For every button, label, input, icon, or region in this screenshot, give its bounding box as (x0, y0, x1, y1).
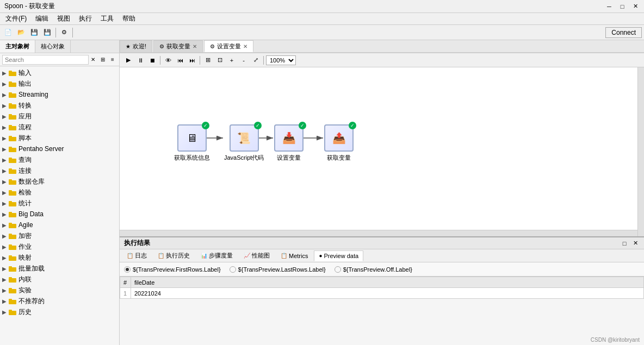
tab-label: 获取变量 (166, 42, 190, 51)
close-panel-button[interactable]: ✕ (631, 239, 640, 248)
node-label-get-system-info: 获取系统信息 (174, 154, 210, 162)
tree-item[interactable]: ▶ 检验 (0, 187, 119, 198)
bottom-tab-[interactable]: 📋 执行历史 (153, 250, 195, 261)
svg-rect-29 (9, 223, 12, 224)
radio-option[interactable]: ${TransPreview.FirstRows.Label} (124, 266, 221, 273)
maximize-panel-button[interactable]: □ (620, 239, 629, 248)
right-panel: ★ 欢迎! ⚙ 获取变量 ✕⚙ 设置变量 ✕ ▶ ⏸ ⏹ 👁 ⏮ ⏭ ⊞ ⊡ +… (120, 40, 644, 345)
tree-item[interactable]: ▶ Agile (0, 219, 119, 230)
tree-item[interactable]: ▶ 批量加载 (0, 263, 119, 274)
svg-rect-37 (9, 266, 12, 268)
close-button[interactable]: ✕ (631, 2, 640, 11)
tree-arrow: ▶ (2, 103, 9, 109)
zoom-fit-button[interactable]: ⤢ (250, 55, 261, 66)
maximize-button[interactable]: □ (618, 2, 627, 11)
tree-item[interactable]: ▶ 不推荐的 (0, 296, 119, 306)
zoom-select[interactable]: 50%75%100%125%150%200% (266, 55, 296, 65)
pause-button[interactable]: ⏸ (135, 55, 146, 66)
radio-option[interactable]: ${TransPreview.Off.Label} (335, 266, 412, 273)
canvas-tab-[interactable]: ⚙ 获取变量 ✕ (153, 40, 203, 52)
tree-item[interactable]: ▶ Streaming (0, 89, 119, 100)
step-prev-button[interactable]: ⏮ (175, 55, 185, 66)
menu-item-[interactable]: 帮助 (119, 13, 139, 24)
search-filter-icon[interactable]: ≡ (108, 55, 117, 64)
bottom-tab-previewdata[interactable]: ● Preview data (314, 250, 363, 261)
bottom-tab-[interactable]: 📋 日志 (122, 250, 152, 261)
align-button[interactable]: ⊞ (202, 55, 213, 66)
flow-node-javascript[interactable]: 📜 ✓ JavaScript代码 (224, 124, 264, 162)
menu-item-[interactable]: 编辑 (32, 13, 52, 24)
canvas-scrollbar-horizontal[interactable] (120, 230, 637, 236)
tree-item[interactable]: ▶ 内联 (0, 274, 119, 285)
tab-close-button[interactable]: ✕ (193, 43, 197, 49)
preview-button[interactable]: 👁 (163, 55, 174, 66)
flow-node-get-variable[interactable]: 📤 ✓ 获取变量 (324, 124, 354, 162)
canvas-scrollbar-vertical[interactable] (637, 67, 644, 236)
tree-arrow: ▶ (2, 92, 9, 98)
tree-item-label: 实验 (18, 286, 32, 295)
connect-button[interactable]: Connect (605, 27, 642, 38)
menu-item-f[interactable]: 文件(F) (2, 13, 30, 24)
search-clear-button[interactable]: ✕ (89, 55, 97, 64)
search-input[interactable] (2, 55, 89, 65)
save-button[interactable]: 💾 (28, 27, 40, 39)
menu-item-[interactable]: 工具 (97, 13, 117, 24)
tree-item[interactable]: ▶ 输出 (0, 78, 119, 89)
tab-core-objects[interactable]: 核心对象 (35, 40, 71, 53)
bottom-tab-icon: 📋 (281, 253, 287, 259)
bottom-tab-icon: 📋 (127, 253, 133, 259)
save-all-button[interactable]: 💾 (41, 27, 53, 39)
tree-arrow: ▶ (2, 266, 9, 272)
tab-label: 欢迎! (133, 42, 146, 51)
search-expand-icon[interactable]: ⊞ (98, 55, 107, 64)
tree-item[interactable]: ▶ 统计 (0, 198, 119, 209)
tree-item[interactable]: ▶ 连接 (0, 165, 119, 176)
radio-option[interactable]: ${TransPreview.LastRows.Label} (230, 266, 326, 273)
tree-item[interactable]: ▶ 查询 (0, 154, 119, 165)
bottom-tab-metrics[interactable]: 📋 Metrics (276, 250, 313, 261)
svg-rect-40 (9, 289, 16, 293)
tree-item[interactable]: ▶ 脚本 (0, 133, 119, 143)
menu-item-[interactable]: 执行 (76, 13, 95, 24)
svg-rect-45 (9, 310, 12, 311)
flow-node-get-system-info[interactable]: 🖥 ✓ 获取系统信息 (174, 124, 210, 162)
tree-item-label: 输入 (18, 68, 32, 78)
new-file-button[interactable]: 📄 (2, 27, 14, 39)
bottom-tab-[interactable]: 📈 性能图 (239, 250, 275, 261)
bottom-tab-[interactable]: 📊 步骤度量 (196, 250, 238, 261)
settings-button[interactable]: ⚙ (58, 27, 70, 39)
grid-button[interactable]: ⊡ (214, 55, 225, 66)
zoom-out-button[interactable]: - (238, 55, 249, 66)
tree-item[interactable]: ▶ Pentaho Server (0, 143, 119, 154)
menu-item-[interactable]: 视图 (54, 13, 73, 24)
folder-icon (9, 277, 16, 283)
tree-item[interactable]: ▶ 历史 (0, 306, 119, 317)
tree-item[interactable]: ▶ Big Data (0, 209, 119, 219)
left-panel-tabs: 主对象树 核心对象 (0, 40, 119, 53)
tree-item[interactable]: ▶ 映射 (0, 252, 119, 263)
open-button[interactable]: 📂 (15, 27, 27, 39)
minimize-button[interactable]: ─ (605, 2, 614, 11)
zoom-in-button[interactable]: + (226, 55, 237, 66)
stop-button[interactable]: ⏹ (147, 55, 158, 66)
step-next-button[interactable]: ⏭ (187, 55, 197, 66)
canvas-tab-[interactable]: ⚙ 设置变量 ✕ (204, 40, 253, 52)
canvas-tab-[interactable]: ★ 欢迎! (120, 40, 152, 52)
tab-main-objects[interactable]: 主对象树 (0, 40, 35, 53)
tree-item[interactable]: ▶ 作业 (0, 241, 119, 252)
svg-rect-26 (9, 213, 16, 217)
flow-node-set-variable[interactable]: 📥 ✓ 设置变量 (274, 124, 304, 162)
tree-item[interactable]: ▶ 流程 (0, 122, 119, 133)
canvas-sep-2 (200, 56, 200, 65)
run-button[interactable]: ▶ (123, 55, 134, 66)
canvas-toolbar: ▶ ⏸ ⏹ 👁 ⏮ ⏭ ⊞ ⊡ + - ⤢ 50%75%100%125%150%… (120, 53, 644, 67)
tree-item[interactable]: ▶ 实验 (0, 285, 119, 296)
tree-item[interactable]: ▶ 加密 (0, 230, 119, 241)
bottom-tab-icon: 📊 (201, 253, 207, 259)
tree-item[interactable]: ▶ 数据仓库 (0, 176, 119, 187)
tree-item[interactable]: ▶ 应用 (0, 111, 119, 122)
tab-close-button[interactable]: ✕ (243, 43, 247, 49)
tree-item[interactable]: ▶ 转换 (0, 100, 119, 111)
tree-item[interactable]: ▶ 输入 (0, 67, 119, 78)
svg-rect-44 (9, 311, 16, 315)
